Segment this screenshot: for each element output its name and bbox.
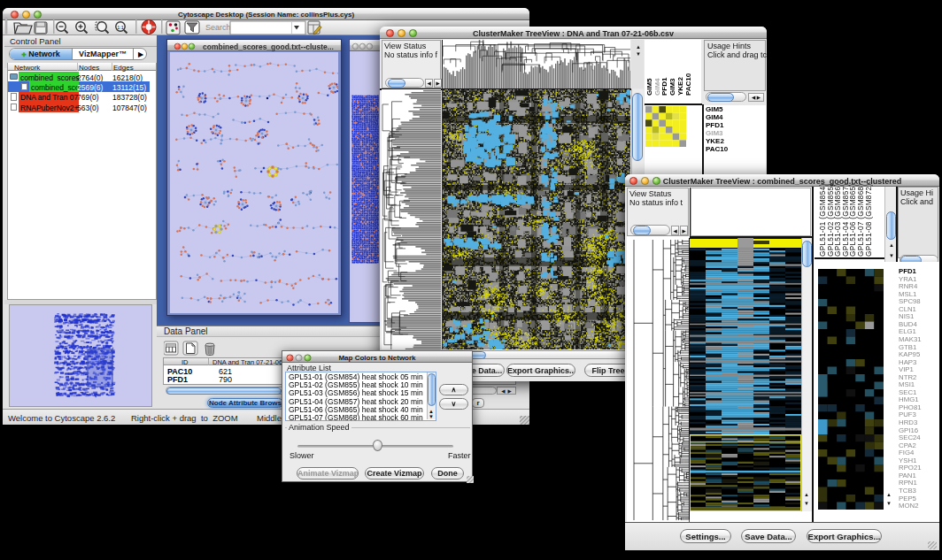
svg-text:1:1: 1:1 bbox=[117, 25, 124, 30]
svg-text:Search:: Search: bbox=[205, 23, 233, 32]
